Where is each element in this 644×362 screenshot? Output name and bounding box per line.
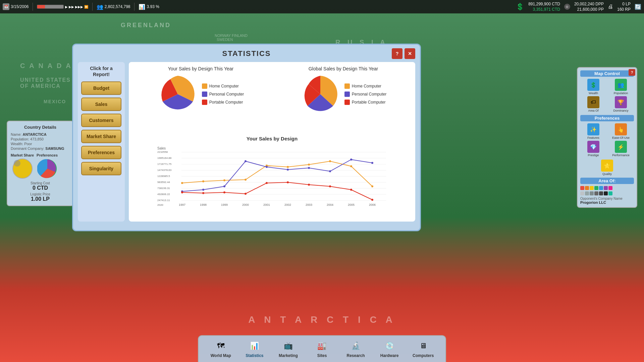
svg-text:983592.44: 983592.44 <box>157 181 170 184</box>
color-purple <box>604 186 608 190</box>
modal-close-button[interactable]: ✕ <box>405 48 415 59</box>
customers-button[interactable]: Customers <box>81 114 121 127</box>
svg-point-32 <box>202 180 204 182</box>
nav-computers[interactable]: 🖥 Computers <box>410 340 437 358</box>
charts-area: Your Sales by Design This Year <box>129 62 415 222</box>
nav-marketing[interactable]: 📺 Marketing <box>275 340 302 358</box>
country-population-row: Population: 473,850 <box>11 137 70 141</box>
mexico-label: MEXICO <box>44 99 66 104</box>
svg-text:1474378.63: 1474378.63 <box>157 169 172 172</box>
svg-point-57 <box>308 184 310 186</box>
preferences-button[interactable]: Preferences <box>81 146 121 159</box>
svg-point-36 <box>287 166 289 168</box>
svg-point-49 <box>350 159 352 161</box>
svg-point-52 <box>202 192 204 194</box>
modal-help-button[interactable]: ? <box>392 48 402 59</box>
nav-statistics[interactable]: 📊 Statistics <box>241 340 268 358</box>
features-icon: ✨ <box>587 123 599 135</box>
nav-statistics-label: Statistics <box>246 353 263 358</box>
wealth-label: Wealth <box>589 92 598 95</box>
legend-personal1: Personal Computer <box>202 92 244 97</box>
legend-portable2: Portable Computer <box>344 100 386 105</box>
color-gray3 <box>590 191 594 195</box>
quality-control[interactable]: ⭐ Quality <box>601 160 613 176</box>
market-pref-row: Market Share Preferences <box>11 153 70 179</box>
modal-title: STATISTICS <box>222 49 271 58</box>
map-control-help[interactable]: ? <box>629 69 635 76</box>
population-icon: 👥 <box>615 79 627 91</box>
legend-portable1: Portable Computer <box>202 100 244 105</box>
nav-research[interactable]: 🔬 Research <box>342 340 369 358</box>
area-of-icon: 🏷 <box>587 96 599 108</box>
dominancy-control[interactable]: 🏆 Dominancy <box>608 96 634 112</box>
color-gray1 <box>580 191 584 195</box>
sales-button[interactable]: Sales <box>81 98 121 111</box>
nav-sites[interactable]: 🏭 Sites <box>309 340 335 358</box>
svg-point-59 <box>350 189 352 191</box>
starting-cost-value: 0 CTD <box>11 185 70 191</box>
money1-display: 891,299,900 CTD <box>528 2 560 6</box>
preferences-icons: ✨ Features 👆 Ease-Of-Use 💎 Prestige ⚡ Pe… <box>580 123 634 157</box>
chart1-legend: Home Computer Personal Computer Portable… <box>202 83 244 105</box>
svg-point-42 <box>202 189 204 191</box>
speed-bar <box>37 5 64 9</box>
area-of-label: Area Of <box>588 109 598 112</box>
svg-text:738199.31: 738199.31 <box>157 187 170 190</box>
svg-point-40 <box>371 185 373 187</box>
chart2-title: Global Sales by Design This Year <box>309 66 378 71</box>
singularity-button[interactable]: Singularity <box>81 162 121 175</box>
svg-text:1998: 1998 <box>200 203 207 206</box>
map-control-title: Map Control <box>580 70 634 77</box>
prestige-control[interactable]: 💎 Prestige <box>580 141 606 157</box>
color-gray4 <box>594 191 598 195</box>
dpp2-display: 21,600,000 PP <box>577 7 604 12</box>
canada-label: C A N A D A <box>20 62 72 70</box>
budget-button[interactable]: Budget <box>81 81 121 95</box>
area-of-control[interactable]: 🏷 Area Of <box>580 96 606 112</box>
svg-point-31 <box>181 182 183 184</box>
svg-point-33 <box>223 179 225 181</box>
portable-color1 <box>202 100 207 105</box>
performance-control[interactable]: ⚡ Performance <box>608 141 634 157</box>
legend-home-label2: Home Computer <box>352 84 381 88</box>
wealth-control[interactable]: 💲 Wealth <box>580 79 606 95</box>
svg-point-48 <box>329 170 331 172</box>
nav-marketing-label: Marketing <box>279 353 298 358</box>
color-orange <box>585 186 589 190</box>
line-chart-area: Your Sales by Design Sales 2210558 19651… <box>133 136 411 218</box>
population-control[interactable]: 👥 Population <box>608 79 634 95</box>
sites-icon: 🏭 <box>316 340 328 352</box>
population-label: Population <box>614 92 628 95</box>
norway-label: NORWAY FINLAND SWEDEN <box>215 34 248 42</box>
settings-icon[interactable]: ⚙ <box>564 4 570 10</box>
hardware-icon: 💿 <box>383 340 395 352</box>
svg-text:Sales: Sales <box>157 146 166 150</box>
svg-text:2000: 2000 <box>242 203 249 206</box>
report-sidebar: Click for a Report! Budget Sales Custome… <box>78 62 125 222</box>
date-section: 📅 3/15/2006 <box>3 3 29 10</box>
svg-point-50 <box>371 162 373 164</box>
area-of-section: Opponent's Company Name Progorion LLC <box>580 186 634 204</box>
svg-text:2020: 2020 <box>157 203 163 206</box>
svg-point-56 <box>287 181 289 183</box>
legend-home1: Home Computer <box>202 83 244 89</box>
features-control[interactable]: ✨ Features <box>580 123 606 139</box>
computers-icon: 🖥 <box>417 340 429 352</box>
country-wealth-row: Wealth: Poor <box>11 142 70 146</box>
country-panel-title: Country Details <box>11 125 70 130</box>
dominancy-label: Dominancy <box>613 109 628 112</box>
starting-cost-label: Starting Cost <box>11 181 70 185</box>
nav-hardware[interactable]: 💿 Hardware <box>376 340 403 358</box>
ease-control[interactable]: 👆 Ease-Of-Use <box>608 123 634 139</box>
speed-section[interactable]: ▶ ▶▶ ▶▶▶ ⏩ <box>37 5 88 9</box>
svg-text:2210558: 2210558 <box>157 150 168 154</box>
global-sales-pie <box>300 74 340 114</box>
logistic-label: Logistic Price <box>11 192 70 196</box>
color-blue <box>599 186 603 190</box>
svg-text:2006: 2006 <box>369 203 376 206</box>
map-control-icons: 💲 Wealth 👥 Population 🏷 Area Of 🏆 Domina… <box>580 79 634 112</box>
home-color2 <box>344 83 350 89</box>
market-share-button[interactable]: Market Share <box>81 130 121 143</box>
population-display: 2,802,574,798 <box>105 4 130 9</box>
nav-world-map[interactable]: 🗺 World Map <box>207 340 234 358</box>
